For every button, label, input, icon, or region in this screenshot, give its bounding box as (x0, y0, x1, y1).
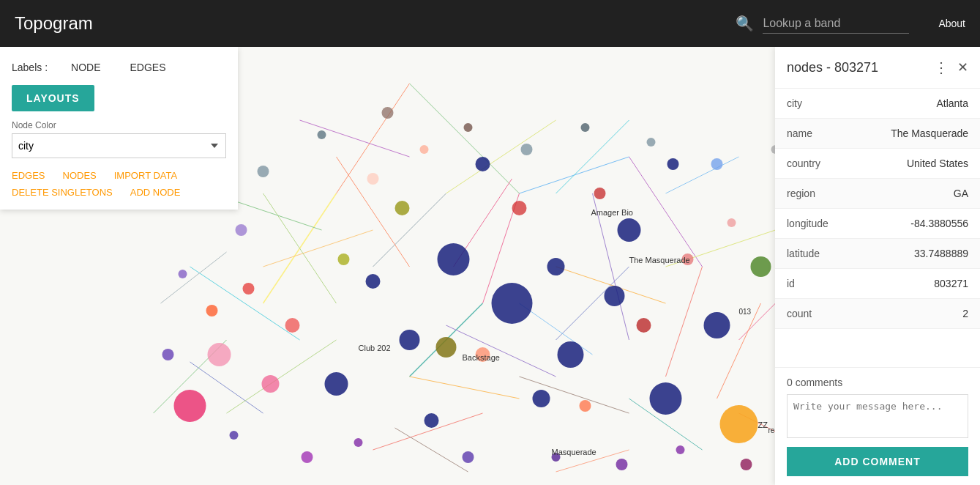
svg-point-68 (382, 107, 394, 119)
about-link[interactable]: About (938, 18, 965, 29)
delete-singletons-link[interactable]: DELETE SINGLETONS (12, 187, 113, 198)
svg-point-99 (206, 305, 218, 316)
svg-point-72 (647, 138, 656, 147)
svg-point-55 (720, 405, 758, 443)
prop-key: name (787, 127, 812, 139)
add-node-link[interactable]: ADD NODE (130, 187, 181, 198)
svg-point-46 (366, 274, 381, 289)
svg-point-43 (618, 218, 641, 242)
svg-point-73 (711, 158, 723, 170)
svg-point-90 (512, 201, 527, 215)
svg-point-92 (637, 318, 651, 333)
svg-text:Amager Bio: Amager Bio (591, 208, 633, 217)
svg-point-48 (325, 372, 348, 396)
svg-point-67 (318, 130, 326, 139)
edges-label-btn[interactable]: EDGES (124, 59, 172, 76)
svg-text:The Masquerade: The Masquerade (629, 256, 690, 264)
prop-row: country United States (775, 149, 980, 179)
svg-point-70 (521, 144, 533, 155)
prop-row: id 803271 (775, 269, 980, 299)
action-links: EDGES NODES IMPORT DATA DELETE SINGLETON… (12, 170, 226, 198)
search-input[interactable] (763, 14, 909, 34)
svg-point-60 (174, 390, 206, 422)
svg-point-82 (463, 451, 474, 463)
app-title: Topogram (15, 13, 736, 34)
svg-point-44 (400, 330, 420, 350)
svg-point-95 (367, 173, 379, 185)
prop-value: United States (907, 158, 968, 169)
prop-row: count 2 (775, 299, 980, 329)
svg-point-91 (594, 188, 606, 199)
more-vert-icon[interactable]: ⋮ (934, 59, 949, 76)
labels-title: Labels : (12, 62, 48, 73)
svg-point-71 (581, 123, 590, 132)
svg-point-65 (338, 253, 350, 265)
labels-row: Labels : NODE EDGES (12, 59, 226, 76)
add-comment-button[interactable]: ADD COMMENT (787, 447, 968, 476)
svg-point-54 (667, 158, 679, 170)
comments-section: 0 comments ADD COMMENT (775, 367, 980, 485)
svg-point-64 (395, 201, 410, 215)
right-panel-title: nodes - 803271 (787, 60, 934, 75)
svg-point-57 (751, 256, 771, 277)
import-data-link[interactable]: IMPORT DATA (114, 170, 177, 181)
svg-point-49 (704, 312, 730, 338)
svg-point-79 (230, 431, 239, 440)
comment-textarea[interactable] (787, 394, 968, 438)
main-area: Amager Bio The Masquerade Club 202 Backs… (0, 47, 980, 485)
svg-point-96 (420, 145, 429, 154)
svg-point-63 (436, 337, 457, 358)
node-label-btn[interactable]: NODE (65, 59, 106, 76)
svg-text:013: 013 (739, 308, 752, 316)
prop-value: The Masquerade (891, 127, 968, 139)
comments-count: 0 comments (787, 377, 968, 388)
svg-point-69 (464, 123, 473, 132)
svg-point-51 (476, 157, 490, 171)
prop-key: latitude (787, 248, 820, 259)
svg-point-41 (438, 243, 470, 275)
node-color-select[interactable]: city country region (12, 133, 226, 158)
prop-key: city (787, 97, 802, 109)
layouts-button[interactable]: LAYOUTS (12, 85, 94, 111)
prop-value: 33.7488889 (914, 248, 968, 259)
svg-point-88 (285, 318, 300, 333)
svg-point-81 (354, 438, 363, 447)
svg-point-50 (605, 286, 625, 306)
svg-point-84 (616, 459, 628, 470)
svg-point-42 (558, 341, 584, 368)
prop-value: GA (954, 188, 968, 199)
prop-key: longitude (787, 218, 828, 229)
prop-key: country (787, 158, 820, 169)
close-icon[interactable]: ✕ (957, 59, 968, 75)
svg-point-62 (262, 375, 280, 393)
prop-key: id (787, 278, 795, 289)
prop-key: region (787, 188, 815, 199)
left-panel: Labels : NODE EDGES LAYOUTS Node Color c… (0, 47, 238, 210)
prop-value: 2 (962, 308, 968, 319)
prop-row: longitude -84.3880556 (775, 209, 980, 239)
svg-point-61 (208, 343, 231, 366)
svg-point-40 (492, 283, 533, 324)
svg-point-45 (533, 390, 550, 407)
search-icon[interactable]: 🔍 (736, 15, 754, 32)
svg-text:Masquerade: Masquerade (552, 448, 596, 456)
svg-point-89 (243, 283, 255, 295)
svg-point-66 (258, 166, 269, 177)
svg-text:Club 202: Club 202 (359, 344, 391, 352)
svg-point-77 (179, 270, 187, 278)
svg-point-86 (741, 459, 752, 470)
svg-point-85 (676, 445, 685, 454)
header: Topogram 🔍 About (0, 0, 980, 47)
svg-text:Backstage: Backstage (463, 353, 500, 362)
svg-point-76 (236, 224, 247, 236)
nodes-action-link[interactable]: NODES (63, 170, 97, 181)
right-panel: nodes - 803271 ⋮ ✕ city Atlanta name The… (775, 47, 980, 485)
svg-text:ZZ: ZZ (758, 421, 768, 429)
svg-point-98 (580, 400, 591, 412)
right-panel-header: nodes - 803271 ⋮ ✕ (775, 47, 980, 89)
edges-action-link[interactable]: EDGES (12, 170, 45, 181)
prop-key: count (787, 308, 812, 319)
prop-row: region GA (775, 179, 980, 209)
search-area: 🔍 (736, 14, 909, 34)
svg-point-78 (162, 349, 174, 360)
